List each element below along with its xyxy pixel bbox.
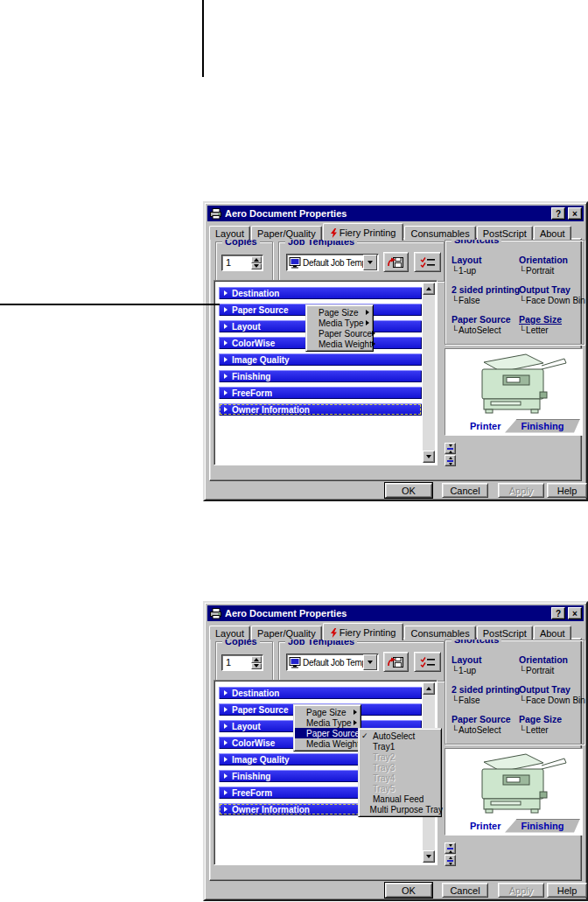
shortcut-title[interactable]: Orientation — [519, 654, 585, 665]
dropdown-button[interactable] — [363, 255, 377, 270]
scroll-down-button[interactable] — [423, 451, 435, 463]
close-button[interactable]: × — [568, 607, 582, 619]
shortcut-title[interactable]: Layout — [452, 255, 519, 265]
scroll-down-button[interactable] — [423, 850, 435, 863]
tab[interactable]: PostScript — [477, 626, 533, 640]
submenu-item[interactable]: Manual Feed — [360, 794, 440, 804]
expand-all-button[interactable] — [444, 455, 456, 466]
menu-item[interactable]: Paper Source — [307, 328, 372, 339]
option-category-bar[interactable]: Destination — [219, 687, 422, 699]
elbow-glyph — [452, 266, 458, 276]
shortcut-title[interactable]: Page Size — [519, 714, 585, 724]
help-button[interactable]: ? — [551, 607, 565, 619]
save-template-button[interactable] — [383, 252, 409, 272]
action-button[interactable]: Cancel — [442, 483, 488, 498]
submenu-item[interactable]: AutoSelect — [360, 731, 440, 741]
scroll-up-button[interactable] — [423, 283, 435, 295]
copies-up-button[interactable] — [251, 656, 262, 663]
option-category-bar[interactable]: Image Quality — [219, 353, 422, 366]
shortcut-title[interactable]: 2 sided printing — [452, 284, 519, 295]
option-category-bar[interactable]: Finishing — [219, 370, 422, 382]
shortcut-item: Orientation Portrait — [519, 255, 585, 276]
option-category-label: FreeForm — [232, 388, 272, 398]
tab[interactable]: Paper/Quality — [251, 626, 322, 640]
tab[interactable]: About — [534, 626, 571, 640]
job-templates-combo[interactable]: Default Job Templates — [286, 654, 379, 671]
help-button[interactable]: ? — [551, 207, 565, 220]
scrollbar[interactable] — [423, 283, 435, 463]
action-button[interactable]: OK — [385, 483, 432, 498]
menu-item[interactable]: Page Size — [307, 307, 372, 318]
close-button[interactable]: × — [568, 207, 582, 220]
action-button[interactable]: Help — [547, 883, 587, 898]
copies-down-button[interactable] — [251, 663, 262, 670]
menu-item[interactable]: Media Type — [307, 318, 372, 328]
expand-all-button[interactable] — [444, 855, 456, 866]
menu-item[interactable]: Media Weight — [295, 738, 360, 749]
option-category-bar[interactable]: FreeForm — [219, 387, 422, 399]
tab[interactable]: Consumables — [404, 626, 475, 640]
shortcut-title[interactable]: Output Tray — [519, 684, 585, 695]
preview-tabs: Printer Finishing — [447, 818, 580, 833]
elbow-glyph — [519, 325, 526, 335]
template-options-button[interactable] — [414, 252, 441, 272]
preview-tab-printer[interactable]: Printer — [470, 821, 500, 831]
menu-item[interactable]: Media Weight — [307, 339, 372, 349]
tab-label: Fiery Printing — [340, 227, 396, 238]
option-category-bar[interactable]: Destination — [219, 287, 422, 299]
shortcut-value: Letter — [519, 725, 585, 735]
lightning-bolt-icon — [331, 228, 337, 238]
tab-label: Consumables — [410, 228, 469, 239]
shortcut-title[interactable]: Paper Source — [452, 314, 519, 325]
copies-down-button[interactable] — [251, 263, 262, 270]
copies-input[interactable]: 1 — [221, 654, 263, 671]
shortcut-title[interactable]: Paper Source — [452, 714, 519, 724]
tab[interactable]: Consumables — [404, 226, 475, 240]
action-button[interactable]: OK — [385, 883, 432, 898]
tab[interactable]: Fiery Printing — [323, 223, 404, 241]
menu-item[interactable]: Media Type — [295, 717, 360, 728]
collapse-all-button[interactable] — [444, 443, 456, 454]
submenu-item[interactable]: Multi Purpose Tray — [360, 804, 440, 815]
save-template-button[interactable] — [383, 652, 409, 672]
shortcut-title[interactable]: Output Tray — [519, 284, 585, 295]
expand-arrow-icon — [224, 374, 228, 379]
shortcut-title[interactable]: Orientation — [519, 255, 585, 265]
shortcut-title[interactable]: Layout — [452, 654, 519, 665]
menu-item[interactable]: Page Size — [295, 707, 360, 717]
shortcut-title[interactable]: Page Size — [519, 314, 585, 325]
tab[interactable]: Paper/Quality — [251, 226, 322, 240]
collapse-all-button[interactable] — [444, 843, 456, 854]
preview-tab-finishing[interactable]: Finishing — [505, 819, 580, 833]
elbow-glyph — [519, 725, 526, 735]
menu-item[interactable]: Paper Source — [295, 728, 360, 738]
tab[interactable]: About — [534, 226, 571, 240]
tab[interactable]: Layout — [209, 626, 250, 640]
job-templates-combo[interactable]: Default Job Templates — [286, 254, 379, 271]
copies-input[interactable]: 1 — [221, 255, 263, 271]
preview-tab-finishing[interactable]: Finishing — [505, 419, 580, 433]
scroll-up-button[interactable] — [423, 682, 435, 695]
tab[interactable]: Layout — [209, 226, 250, 240]
copies-spinner — [251, 256, 262, 269]
titlebar[interactable]: Aero Document Properties ? × — [207, 605, 584, 621]
option-category-label: Paper Source — [232, 705, 288, 715]
expand-arrow-icon — [224, 790, 228, 795]
tab[interactable]: PostScript — [477, 226, 533, 240]
shortcut-title[interactable]: 2 sided printing — [452, 684, 519, 695]
titlebar[interactable]: Aero Document Properties ? × — [207, 206, 584, 221]
action-button: Apply — [498, 483, 544, 498]
template-options-button[interactable] — [414, 652, 441, 672]
copies-up-button[interactable] — [251, 256, 262, 263]
dropdown-button[interactable] — [363, 654, 377, 670]
action-button[interactable]: Cancel — [442, 883, 488, 898]
expand-arrow-icon — [224, 390, 228, 395]
submenu-item-label: Tray2 — [371, 752, 395, 762]
submenu-item-label: Tray3 — [371, 763, 395, 773]
preview-tab-printer[interactable]: Printer — [470, 421, 500, 431]
option-category-bar[interactable]: Owner Information — [219, 403, 422, 416]
action-button[interactable]: Help — [547, 483, 587, 498]
submenu-arrow-icon — [372, 341, 375, 346]
tab[interactable]: Fiery Printing — [323, 623, 404, 640]
submenu-item[interactable]: Tray1 — [360, 741, 440, 752]
